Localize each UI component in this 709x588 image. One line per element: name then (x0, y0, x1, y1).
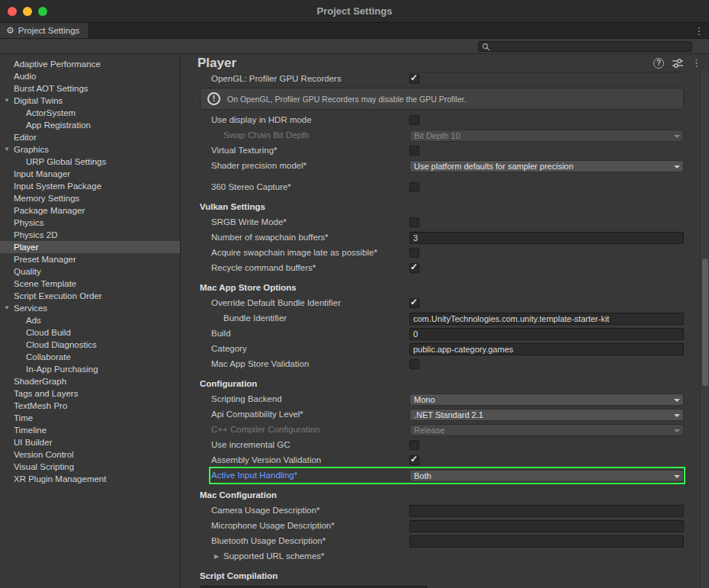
checkbox-srgb-write-mode[interactable] (409, 217, 419, 227)
sidebar-item-adaptive-performance[interactable]: Adaptive Performance (0, 58, 180, 70)
scrollbar-thumb[interactable] (702, 259, 708, 386)
field-area: ✓ (409, 73, 684, 85)
close-button[interactable] (8, 7, 17, 16)
dropdown-api-compatibility-level[interactable]: .NET Standard 2.1 (409, 409, 684, 421)
row-use-display-in-hdr-mode: Use display in HDR mode (181, 113, 700, 128)
sidebar-item-timeline[interactable]: Timeline (0, 424, 180, 436)
checkbox-opengl-profiler-gpu-recorders[interactable]: ✓ (409, 74, 419, 84)
sidebar-item-urp-global-settings[interactable]: URP Global Settings (0, 156, 180, 168)
text-field-category[interactable]: public.app-category.games (409, 343, 684, 355)
sidebar-item-burst-aot-settings[interactable]: Burst AOT Settings (0, 82, 180, 95)
row-label: Microphone Usage Description* (211, 521, 335, 530)
sidebar-item-cloud-build[interactable]: Cloud Build (0, 326, 180, 339)
foldout-open-icon[interactable]: ▼ (4, 304, 10, 311)
sidebar-item-script-execution-order[interactable]: Script Execution Order (0, 290, 180, 302)
row-label: SRGB Write Mode* (211, 217, 287, 227)
text-field-microphone-usage-description[interactable] (409, 520, 684, 532)
sidebar-item-quality[interactable]: Quality (0, 265, 180, 278)
sidebar-item-input-system-package[interactable]: Input System Package (0, 180, 180, 192)
text-field-bluetooth-usage-description[interactable] (409, 535, 684, 548)
sidebar-item-xr-plugin-management[interactable]: XR Plugin Management (0, 473, 180, 485)
sidebar-item-label: In-App Purchasing (26, 365, 98, 374)
sidebar-item-physics-2d[interactable]: Physics 2D (0, 229, 180, 241)
sidebar-item-label: Timeline (14, 426, 47, 435)
sidebar-item-package-manager[interactable]: Package Manager (0, 204, 180, 217)
sidebar-item-ads[interactable]: Ads (0, 314, 180, 326)
sidebar-item-label: Cloud Diagnostics (26, 340, 97, 349)
sidebar-item-ui-builder[interactable]: UI Builder (0, 436, 180, 448)
checkbox-assembly-version-validation[interactable]: ✓ (409, 455, 419, 465)
sidebar-item-tags-and-layers[interactable]: Tags and Layers (0, 387, 180, 400)
sidebar-item-preset-manager[interactable]: Preset Manager (0, 253, 180, 265)
row-assembly-version-validation: Assembly Version Validation✓ (181, 453, 700, 468)
sidebar-item-label: Input System Package (14, 182, 101, 191)
more-menu-icon[interactable]: ⋮ (691, 58, 701, 69)
sidebar-item-input-manager[interactable]: Input Manager (0, 168, 180, 180)
sidebar-item-scene-template[interactable]: Scene Template (0, 278, 180, 290)
tabbar-menu-icon[interactable]: ⋮ (689, 23, 709, 38)
sidebar-item-shadergraph[interactable]: ShaderGraph (0, 375, 180, 387)
section-header: Mac Configuration (200, 490, 277, 500)
sidebar-item-audio[interactable]: Audio (0, 70, 180, 82)
sidebar-item-graphics[interactable]: ▼Graphics (0, 143, 180, 156)
sidebar-item-services[interactable]: ▼Services (0, 302, 180, 314)
field-area (409, 145, 684, 157)
row-label: Use incremental GC (211, 440, 290, 449)
presets-icon[interactable] (672, 59, 683, 68)
sidebar-item-label: Digital Twins (14, 96, 63, 105)
sidebar-item-digital-twins[interactable]: ▼Digital Twins (0, 95, 180, 107)
sidebar-item-cloud-diagnostics[interactable]: Cloud Diagnostics (0, 339, 180, 351)
sidebar-item-in-app-purchasing[interactable]: In-App Purchasing (0, 363, 180, 375)
sidebar-item-time[interactable]: Time (0, 412, 180, 424)
sidebar-item-collaborate[interactable]: Collaborate (0, 351, 180, 363)
checkbox-recycle-command-buffers[interactable]: ✓ (409, 263, 419, 273)
minimize-button[interactable] (23, 7, 32, 16)
tab-project-settings[interactable]: ⚙ Project Settings (0, 23, 89, 38)
text-field-camera-usage-description[interactable] (409, 505, 684, 517)
sidebar-item-actorsystem[interactable]: ActorSystem (0, 107, 180, 119)
fullscreen-button[interactable] (38, 7, 47, 16)
row-label: Bluetooth Usage Description* (211, 536, 326, 545)
sidebar-item-label: Time (14, 413, 33, 423)
checkbox-mac-app-store-validation[interactable] (409, 359, 419, 369)
checkbox-acquire-swapchain-image-late-as-possible[interactable] (409, 248, 419, 258)
check-icon: ✓ (410, 262, 418, 272)
text-field-build[interactable]: 0 (409, 328, 684, 340)
search-box[interactable] (478, 41, 692, 52)
row-label: Recycle command buffers* (211, 263, 316, 272)
row-configuration: Configuration (181, 377, 700, 392)
sidebar-item-label: Preset Manager (14, 255, 76, 264)
foldout-label[interactable]: Supported URL schemes* (223, 551, 325, 561)
checkbox-use-display-in-hdr-mode[interactable] (409, 115, 419, 125)
dropdown-shader-precision-model[interactable]: Use platform defaults for sampler precis… (409, 160, 684, 172)
dropdown-scripting-backend[interactable]: Mono (409, 394, 684, 406)
checkbox-360-stereo-capture[interactable] (409, 182, 419, 192)
sidebar-item-version-control[interactable]: Version Control (0, 448, 180, 461)
sidebar-item-editor[interactable]: Editor (0, 131, 180, 143)
row-360-stereo-capture: 360 Stereo Capture* (181, 180, 700, 195)
foldout-closed-icon[interactable]: ▶ (214, 553, 219, 560)
checkbox-virtual-texturing[interactable] (409, 146, 419, 156)
sidebar-item-visual-scripting[interactable]: Visual Scripting (0, 461, 180, 473)
content-area: Adaptive PerformanceAudioBurst AOT Setti… (0, 55, 709, 588)
sidebar-item-physics[interactable]: Physics (0, 217, 180, 229)
checkbox-use-incremental-gc[interactable] (409, 440, 419, 450)
checkbox-override-default-bundle-identifier[interactable]: ✓ (409, 298, 419, 308)
help-icon[interactable]: ? (653, 58, 664, 69)
sidebar-item-player[interactable]: Player (0, 241, 180, 253)
sidebar-item-memory-settings[interactable]: Memory Settings (0, 192, 180, 204)
row-bundle-identifier: Bundle Identifiercom.UnityTechnologies.c… (181, 311, 700, 326)
text-field-bundle-identifier[interactable]: com.UnityTechnologies.com.unity.template… (409, 313, 684, 325)
sidebar-item-label: Physics 2D (14, 230, 58, 239)
text-field-number-of-swapchain-buffers[interactable]: 3 (409, 232, 684, 244)
search-input[interactable] (492, 42, 688, 51)
foldout-open-icon[interactable]: ▼ (4, 97, 10, 104)
row-recycle-command-buffers: Recycle command buffers*✓ (181, 261, 700, 276)
sidebar-item-textmesh-pro[interactable]: TextMesh Pro (0, 400, 180, 412)
sidebar-item-app-registration[interactable]: App Registration (0, 119, 180, 131)
foldout-open-icon[interactable]: ▼ (4, 146, 10, 153)
scrollbar[interactable] (700, 72, 709, 588)
dropdown-active-input-handling[interactable]: Both (409, 470, 684, 482)
row-label: Mac App Store Validation (211, 359, 309, 368)
sidebar-item-label: Ads (26, 316, 41, 325)
